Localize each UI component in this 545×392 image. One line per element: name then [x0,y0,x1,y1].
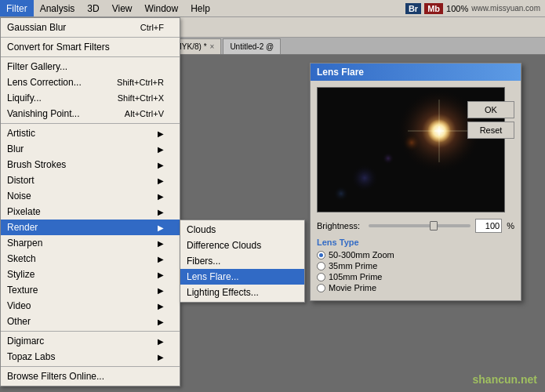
menu-3d[interactable]: 3D [81,0,105,16]
radio-50-300-circle [317,251,325,260]
menu-browse-filters[interactable]: Browse Filters Online... [1,368,180,384]
radio-35mm[interactable]: 35mm Prime [317,261,514,270]
menu-pixelate[interactable]: Pixelate ▶ [1,204,180,220]
divider-3 [1,123,180,124]
brightness-row: Brightness: % [317,219,514,233]
menu-gaussian-blur[interactable]: Gaussian Blur Ctrl+F [1,20,180,35]
menu-vanishing-point[interactable]: Vanishing Point... Alt+Ctrl+V [1,106,180,122]
brightness-slider[interactable] [369,224,471,227]
mb-badge[interactable]: Mb [424,3,443,14]
lens-type-section: Lens Type 50-300mm Zoom 35mm Prime 105mm… [317,238,514,292]
menu-liquify[interactable]: Liquify... Shift+Ctrl+X [1,90,180,106]
menu-bar: Filter Analysis 3D View Window Help Br M… [0,0,545,17]
reset-button[interactable]: Reset [467,122,514,139]
menu-sketch[interactable]: Sketch ▶ [1,251,180,267]
menu-brush-strokes[interactable]: Brush Strokes ▶ [1,157,180,172]
menu-analysis[interactable]: Analysis [34,0,82,16]
radio-105mm[interactable]: 105mm Prime [317,272,514,281]
menu-video[interactable]: Video ▶ [1,298,180,314]
radio-movie-label: Movie Prime [329,283,376,292]
tab-3-label: Untitled-2 @ [230,42,274,51]
menu-sharpen[interactable]: Sharpen ▶ [1,235,180,251]
radio-50-300[interactable]: 50-300mm Zoom [317,250,514,260]
dialog-buttons: OK Reset [467,101,514,139]
menu-blur[interactable]: Blur ▶ [1,141,180,157]
menu-render-container: Render ▶ Clouds Difference Clouds Fibers… [1,220,180,235]
watermark: shancun.net [473,373,537,386]
zoom-level: 100% [446,4,468,13]
filter-dropdown: Gaussian Blur Ctrl+F Convert for Smart F… [0,17,180,387]
submenu-difference-clouds[interactable]: Difference Clouds [180,238,304,253]
tab-2-close[interactable]: × [210,42,215,51]
render-submenu: Clouds Difference Clouds Fibers... Lens … [180,220,305,303]
menu-other[interactable]: Other ▶ [1,314,180,329]
menu-stylize[interactable]: Stylize ▶ [1,267,180,282]
radio-105mm-circle [317,273,325,281]
site-label: www.missyuan.com [471,4,540,13]
br-badge[interactable]: Br [405,3,421,14]
radio-35mm-circle [317,262,325,270]
top-right-area: Br Mb 100% www.missyuan.com [405,3,545,14]
brightness-label: Brightness: [317,221,364,230]
lens-type-title: Lens Type [317,238,514,247]
brightness-thumb [430,221,438,230]
brightness-input[interactable] [475,219,502,233]
menu-topaz[interactable]: Topaz Labs ▶ [1,349,180,365]
radio-105mm-label: 105mm Prime [329,272,382,281]
submenu-fibers[interactable]: Fibers... [180,253,304,269]
menu-convert-smart[interactable]: Convert for Smart Filters [1,39,180,55]
menu-distort[interactable]: Distort ▶ [1,172,180,188]
menu-digimarc[interactable]: Digimarc ▶ [1,333,180,349]
lens-flare-dialog: Lens Flare Brightness: % Lens Type [310,63,521,301]
menu-lens-correction[interactable]: Lens Correction... Shift+Ctrl+R [1,74,180,90]
divider-1 [1,37,180,38]
divider-2 [1,56,180,57]
menu-render[interactable]: Render ▶ [1,220,180,235]
dialog-content: Brightness: % Lens Type 50-300mm Zoom 35… [311,81,521,300]
menu-view[interactable]: View [106,0,139,16]
ok-button[interactable]: OK [467,101,514,118]
radio-movie-circle [317,284,325,292]
menu-help[interactable]: Help [184,0,216,16]
dialog-title: Lens Flare [311,64,521,81]
menu-filter[interactable]: Filter [0,0,34,16]
radio-movie[interactable]: Movie Prime [317,283,514,292]
divider-4 [1,331,180,332]
menu-texture[interactable]: Texture ▶ [1,282,180,298]
radio-50-300-label: 50-300mm Zoom [329,250,394,260]
submenu-clouds[interactable]: Clouds [180,222,304,238]
submenu-lighting-effects[interactable]: Lighting Effects... [180,285,304,300]
divider-5 [1,366,180,367]
radio-35mm-label: 35mm Prime [329,261,377,270]
menu-filter-gallery[interactable]: Filter Gallery... [1,59,180,74]
menu-window[interactable]: Window [139,0,185,16]
submenu-lens-flare[interactable]: Lens Flare... [180,269,304,285]
menu-noise[interactable]: Noise ▶ [1,188,180,204]
menu-artistic[interactable]: Artistic ▶ [1,125,180,141]
tab-3[interactable]: Untitled-2 @ [223,38,281,54]
brightness-pct: % [507,221,514,230]
